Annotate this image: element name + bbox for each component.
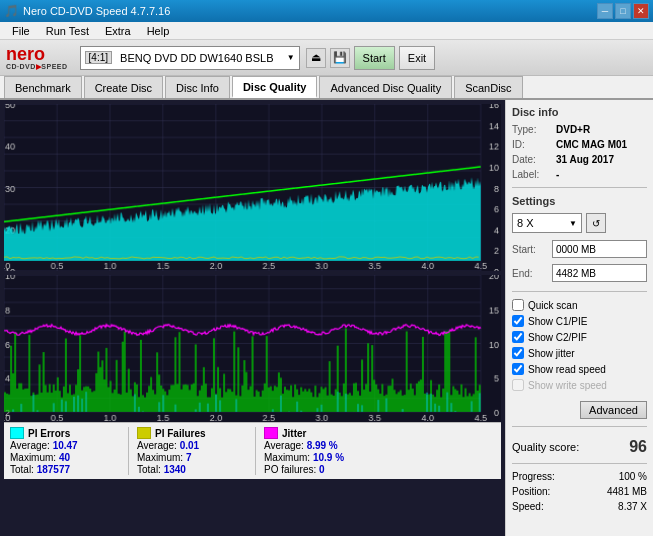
logo-subtitle: CD·DVD▶SPEED xyxy=(6,63,68,71)
legend: PI Errors Average: 10.47 Maximum: 40 Tot… xyxy=(4,422,501,479)
show-jitter-checkbox[interactable] xyxy=(512,347,524,359)
speed-value: 8 X xyxy=(517,217,534,229)
show-c1pie-checkbox[interactable] xyxy=(512,315,524,327)
tab-advanced-disc-quality[interactable]: Advanced Disc Quality xyxy=(319,76,452,98)
drive-selector[interactable]: [4:1] BENQ DVD DD DW1640 BSLB ▼ xyxy=(80,46,300,70)
legend-pi-errors: PI Errors Average: 10.47 Maximum: 40 Tot… xyxy=(10,427,120,475)
titlebar-text: Nero CD-DVD Speed 4.7.7.16 xyxy=(23,5,170,17)
pi-failures-color-box xyxy=(137,427,151,439)
quality-score-row: Quality score: 96 xyxy=(512,438,647,456)
date-label: Date: xyxy=(512,154,552,165)
progress-label: Progress: xyxy=(512,471,555,482)
window-controls: ─ □ ✕ xyxy=(597,3,649,19)
logo-nero: nero xyxy=(6,45,45,63)
show-write-speed-checkbox[interactable] xyxy=(512,379,524,391)
show-c2pif-checkbox[interactable] xyxy=(512,331,524,343)
speed-combo[interactable]: 8 X ▼ xyxy=(512,213,582,233)
pi-errors-label: PI Errors xyxy=(28,428,70,439)
start-mb-label: Start: xyxy=(512,244,548,255)
pi-failures-label: PI Failures xyxy=(155,428,206,439)
jitter-label: Jitter xyxy=(282,428,306,439)
exit-button[interactable]: Exit xyxy=(399,46,435,70)
refresh-button[interactable]: ↺ xyxy=(586,213,606,233)
speed-dropdown-icon: ▼ xyxy=(569,219,577,228)
speed-value: 8.37 X xyxy=(618,501,647,512)
id-label: ID: xyxy=(512,139,552,150)
show-read-speed-checkbox[interactable] xyxy=(512,363,524,375)
bottom-chart xyxy=(4,275,501,422)
quality-score-value: 96 xyxy=(629,438,647,456)
pi-errors-color-box xyxy=(10,427,24,439)
menu-extra[interactable]: Extra xyxy=(97,24,139,38)
show-write-speed-label: Show write speed xyxy=(528,380,607,391)
drive-name: BENQ DVD DD DW1640 BSLB xyxy=(120,52,283,64)
position-row: Position: 4481 MB xyxy=(512,486,647,497)
quality-score-label: Quality score: xyxy=(512,441,579,453)
quick-scan-label: Quick scan xyxy=(528,300,577,311)
position-value: 4481 MB xyxy=(607,486,647,497)
save-button[interactable]: 💾 xyxy=(330,48,350,68)
disc-info-header: Disc info xyxy=(512,106,647,118)
drive-label: [4:1] xyxy=(85,51,112,64)
legend-pi-failures: PI Failures Average: 0.01 Maximum: 7 Tot… xyxy=(137,427,247,475)
drive-dropdown-icon: ▼ xyxy=(287,53,295,62)
disc-label-label: Label: xyxy=(512,169,552,180)
jitter-color-box xyxy=(264,427,278,439)
tab-create-disc[interactable]: Create Disc xyxy=(84,76,163,98)
main-content: PI Errors Average: 10.47 Maximum: 40 Tot… xyxy=(0,100,653,536)
logo: nero CD·DVD▶SPEED xyxy=(6,45,68,71)
id-value: CMC MAG M01 xyxy=(556,139,627,150)
settings-header: Settings xyxy=(512,195,647,207)
right-panel: Disc info Type: DVD+R ID: CMC MAG M01 Da… xyxy=(505,100,653,536)
menu-runtest[interactable]: Run Test xyxy=(38,24,97,38)
end-mb-label: End: xyxy=(512,268,548,279)
speed-label: Speed: xyxy=(512,501,544,512)
maximize-button[interactable]: □ xyxy=(615,3,631,19)
app-icon: 🎵 xyxy=(4,4,19,18)
end-mb-input[interactable] xyxy=(552,264,647,282)
tab-benchmark[interactable]: Benchmark xyxy=(4,76,82,98)
tab-bar: Benchmark Create Disc Disc Info Disc Qua… xyxy=(0,76,653,100)
date-value: 31 Aug 2017 xyxy=(556,154,614,165)
show-jitter-label: Show jitter xyxy=(528,348,575,359)
show-c1pie-label: Show C1/PIE xyxy=(528,316,587,327)
legend-jitter: Jitter Average: 8.99 % Maximum: 10.9 % P… xyxy=(264,427,364,475)
show-read-speed-label: Show read speed xyxy=(528,364,606,375)
chart-area: PI Errors Average: 10.47 Maximum: 40 Tot… xyxy=(0,100,505,536)
advanced-button[interactable]: Advanced xyxy=(580,401,647,419)
toolbar: nero CD·DVD▶SPEED [4:1] BENQ DVD DD DW16… xyxy=(0,40,653,76)
close-button[interactable]: ✕ xyxy=(633,3,649,19)
progress-value: 100 % xyxy=(619,471,647,482)
menu-help[interactable]: Help xyxy=(139,24,178,38)
titlebar: 🎵 Nero CD-DVD Speed 4.7.7.16 ─ □ ✕ xyxy=(0,0,653,22)
minimize-button[interactable]: ─ xyxy=(597,3,613,19)
show-c2pif-label: Show C2/PIF xyxy=(528,332,587,343)
position-label: Position: xyxy=(512,486,550,497)
start-mb-input[interactable] xyxy=(552,240,647,258)
tab-disc-info[interactable]: Disc Info xyxy=(165,76,230,98)
start-button[interactable]: Start xyxy=(354,46,395,70)
speed-row: Speed: 8.37 X xyxy=(512,501,647,512)
menu-file[interactable]: File xyxy=(4,24,38,38)
type-label: Type: xyxy=(512,124,552,135)
type-value: DVD+R xyxy=(556,124,590,135)
progress-row: Progress: 100 % xyxy=(512,471,647,482)
tab-scandisc[interactable]: ScanDisc xyxy=(454,76,522,98)
top-chart xyxy=(4,104,501,271)
eject-button[interactable]: ⏏ xyxy=(306,48,326,68)
tab-disc-quality[interactable]: Disc Quality xyxy=(232,76,318,98)
disc-label-value: - xyxy=(556,169,559,180)
menubar: File Run Test Extra Help xyxy=(0,22,653,40)
quick-scan-checkbox[interactable] xyxy=(512,299,524,311)
